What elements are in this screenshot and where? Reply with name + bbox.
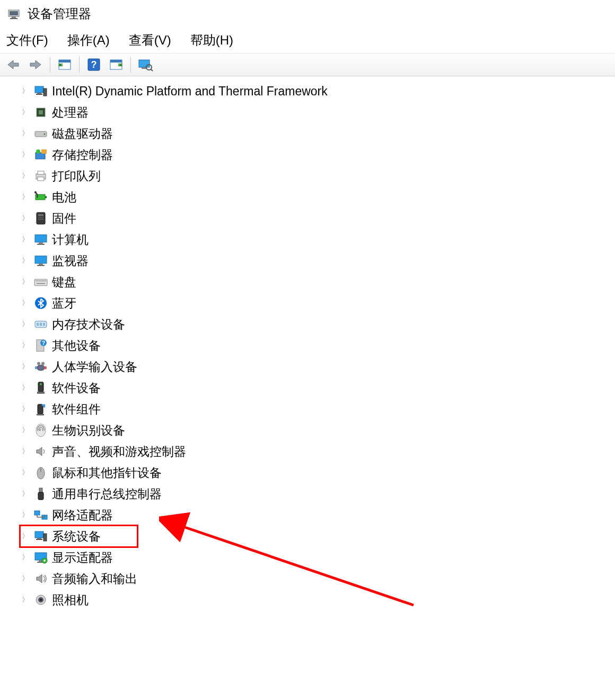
tree-item[interactable]: 〉系统设备: [21, 526, 615, 547]
tree-item[interactable]: 〉存储控制器: [21, 144, 615, 165]
svg-rect-29: [45, 196, 47, 198]
monitor-icon: [33, 253, 49, 269]
expander-icon[interactable]: 〉: [21, 383, 30, 393]
tree-item[interactable]: 〉Intel(R) Dynamic Platform and Thermal F…: [21, 81, 615, 102]
tree-item[interactable]: 〉声音、视频和游戏控制器: [21, 441, 615, 462]
tree-item[interactable]: 〉软件组件: [21, 398, 615, 420]
svg-rect-9: [110, 60, 122, 63]
tree-item[interactable]: 〉人体学输入设备: [21, 356, 615, 377]
tree-item[interactable]: 〉音频输入和输出: [21, 568, 615, 589]
display-icon: [33, 550, 49, 565]
svg-rect-71: [40, 468, 41, 471]
svg-rect-65: [37, 392, 45, 394]
tree-item[interactable]: 〉通用串行总线控制器: [21, 483, 615, 504]
expander-icon[interactable]: 〉: [21, 553, 30, 562]
expander-icon[interactable]: 〉: [21, 531, 30, 541]
tree-item-label: 打印队列: [52, 168, 101, 184]
expander-icon[interactable]: 〉: [21, 595, 30, 605]
tree-item[interactable]: 〉键盘: [21, 271, 615, 293]
tree-item[interactable]: 〉显示适配器: [21, 547, 615, 568]
expander-icon[interactable]: 〉: [21, 447, 30, 456]
expander-icon[interactable]: 〉: [21, 235, 30, 244]
expander-icon[interactable]: 〉: [21, 574, 30, 583]
menu-view[interactable]: 查看(V): [129, 32, 171, 49]
tree-item[interactable]: 〉处理器: [21, 102, 615, 123]
expander-icon[interactable]: 〉: [21, 256, 30, 265]
firmware-icon: [33, 210, 49, 226]
scan-hardware-button[interactable]: [135, 56, 155, 74]
tree-item-label: Intel(R) Dynamic Platform and Thermal Fr…: [52, 84, 328, 99]
battery-icon: [33, 189, 49, 205]
tree-item[interactable]: 〉监视器: [21, 250, 615, 271]
expander-icon[interactable]: 〉: [21, 320, 30, 329]
tree-item[interactable]: 〉软件设备: [21, 377, 615, 398]
svg-rect-46: [42, 280, 43, 281]
tree-item[interactable]: 〉打印队列: [21, 165, 615, 187]
svg-rect-44: [39, 280, 40, 281]
hid-icon: [33, 359, 49, 375]
tree-item-label: 电池: [52, 189, 76, 206]
expander-icon[interactable]: 〉: [21, 298, 30, 308]
tree-item-label: 声音、视频和游戏控制器: [52, 444, 186, 460]
tree-item[interactable]: 〉鼠标和其他指针设备: [21, 462, 615, 483]
expander-icon[interactable]: 〉: [21, 214, 30, 223]
memory-icon: [33, 316, 49, 332]
expander-icon[interactable]: 〉: [21, 277, 30, 287]
tree-item-label: 软件设备: [52, 380, 101, 396]
expander-icon[interactable]: 〉: [21, 404, 30, 414]
svg-rect-35: [35, 235, 47, 242]
menu-action[interactable]: 操作(A): [67, 32, 110, 49]
menu-file[interactable]: 文件(F): [6, 32, 48, 49]
tree-item[interactable]: 〉磁盘驱动器: [21, 123, 615, 144]
disk-icon: [33, 126, 49, 141]
tree-item-label: 鼠标和其他指针设备: [52, 465, 162, 481]
svg-rect-19: [39, 110, 43, 114]
monitor-icon: [33, 232, 49, 247]
expander-icon[interactable]: 〉: [21, 489, 30, 499]
svg-point-23: [36, 149, 40, 154]
forward-button[interactable]: [25, 56, 46, 74]
tree-item[interactable]: 〉蓝牙: [21, 293, 615, 314]
tree-item[interactable]: 〉照相机: [21, 589, 615, 610]
expander-icon[interactable]: 〉: [21, 468, 30, 477]
svg-rect-58: [37, 365, 45, 370]
tree-item[interactable]: 〉固件: [21, 208, 615, 229]
expander-icon[interactable]: 〉: [21, 510, 30, 520]
expander-icon[interactable]: 〉: [21, 150, 30, 160]
svg-rect-42: [36, 280, 37, 281]
help-button[interactable]: ?: [84, 56, 104, 74]
svg-rect-17: [43, 88, 47, 96]
device-manager-icon: [6, 6, 21, 21]
tree-item[interactable]: 〉内存技术设备: [21, 314, 615, 335]
audio-icon: [33, 571, 49, 587]
svg-point-21: [44, 134, 46, 135]
expander-icon[interactable]: 〉: [21, 426, 30, 435]
back-button[interactable]: [3, 56, 23, 74]
tree-item-label: 计算机: [52, 232, 89, 248]
expander-icon[interactable]: 〉: [21, 192, 30, 202]
svg-rect-76: [35, 531, 43, 538]
show-hide-console-button[interactable]: [55, 56, 75, 74]
expander-icon[interactable]: 〉: [21, 362, 30, 371]
expander-icon[interactable]: 〉: [21, 341, 30, 350]
svg-rect-16: [36, 94, 42, 95]
svg-line-13: [151, 69, 153, 71]
camera-icon: [33, 592, 49, 608]
tree-item-label: 显示适配器: [52, 550, 113, 566]
menu-help[interactable]: 帮助(H): [190, 32, 233, 49]
tree-item[interactable]: 〉网络适配器: [21, 504, 615, 526]
tree-item[interactable]: 〉生物识别设备: [21, 420, 615, 441]
properties-button[interactable]: [106, 56, 126, 74]
tree-item[interactable]: 〉?其他设备: [21, 335, 615, 356]
tree-item[interactable]: 〉电池: [21, 187, 615, 208]
expander-icon[interactable]: 〉: [21, 171, 30, 181]
tree-item[interactable]: 〉计算机: [21, 229, 615, 250]
expander-icon[interactable]: 〉: [21, 108, 30, 117]
svg-rect-45: [40, 280, 41, 281]
expander-icon[interactable]: 〉: [21, 129, 30, 138]
expander-icon[interactable]: 〉: [21, 86, 30, 96]
svg-rect-10: [139, 60, 150, 67]
svg-rect-79: [43, 534, 47, 541]
svg-rect-67: [37, 414, 44, 415]
svg-rect-1: [10, 11, 18, 15]
